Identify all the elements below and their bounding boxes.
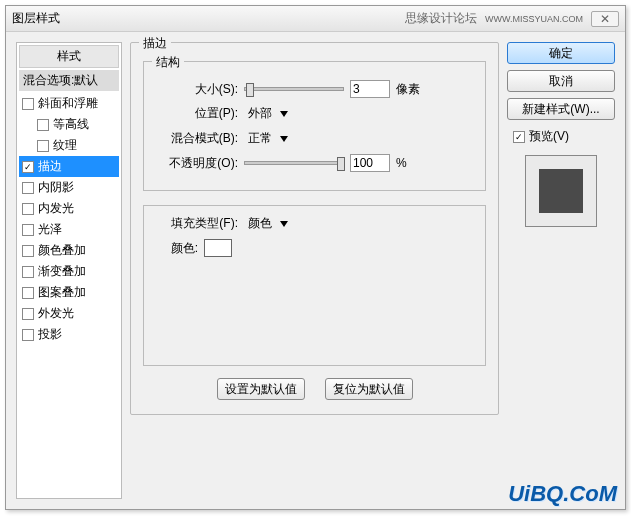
- blendmode-label: 混合模式(B):: [154, 130, 238, 147]
- opacity-unit: %: [396, 156, 407, 170]
- style-checkbox[interactable]: ✓: [22, 161, 34, 173]
- opacity-row: 不透明度(O): %: [154, 154, 475, 172]
- preview-checkbox[interactable]: ✓: [513, 131, 525, 143]
- reset-default-button[interactable]: 复位为默认值: [325, 378, 413, 400]
- styles-header[interactable]: 样式: [19, 45, 119, 68]
- preview-swatch: [525, 155, 597, 227]
- style-label: 外发光: [38, 305, 74, 322]
- new-style-button[interactable]: 新建样式(W)...: [507, 98, 615, 120]
- style-label: 内发光: [38, 200, 74, 217]
- style-label: 描边: [38, 158, 62, 175]
- style-checkbox[interactable]: [22, 245, 34, 257]
- filltype-row: 填充类型(F): 颜色: [154, 214, 475, 233]
- brand-text: 思缘设计论坛: [405, 10, 477, 27]
- styles-panel: 样式 混合选项:默认 斜面和浮雕等高线纹理✓描边内阴影内发光光泽颜色叠加渐变叠加…: [16, 42, 122, 499]
- style-item-11[interactable]: 投影: [19, 324, 119, 345]
- close-icon[interactable]: ✕: [591, 11, 619, 27]
- size-input[interactable]: [350, 80, 390, 98]
- set-default-button[interactable]: 设置为默认值: [217, 378, 305, 400]
- style-item-8[interactable]: 渐变叠加: [19, 261, 119, 282]
- style-label: 内阴影: [38, 179, 74, 196]
- size-slider[interactable]: [244, 87, 344, 91]
- style-item-5[interactable]: 内发光: [19, 198, 119, 219]
- style-checkbox[interactable]: [22, 203, 34, 215]
- position-label: 位置(P):: [154, 105, 238, 122]
- preview-inner: [539, 169, 583, 213]
- cancel-button[interactable]: 取消: [507, 70, 615, 92]
- style-checkbox[interactable]: [37, 140, 49, 152]
- layer-style-dialog: 图层样式 思缘设计论坛 WWW.MISSYUAN.COM ✕ 样式 混合选项:默…: [5, 5, 626, 510]
- style-checkbox[interactable]: [22, 266, 34, 278]
- style-label: 投影: [38, 326, 62, 343]
- opacity-input[interactable]: [350, 154, 390, 172]
- style-item-3[interactable]: ✓描边: [19, 156, 119, 177]
- style-item-2[interactable]: 纹理: [19, 135, 119, 156]
- style-label: 纹理: [53, 137, 77, 154]
- stroke-title: 描边: [139, 35, 171, 52]
- main-panel: 描边 结构 大小(S): 像素 位置(P): 外部: [130, 42, 499, 499]
- style-item-4[interactable]: 内阴影: [19, 177, 119, 198]
- style-label: 渐变叠加: [38, 263, 86, 280]
- filltype-label: 填充类型(F):: [154, 215, 238, 232]
- style-label: 光泽: [38, 221, 62, 238]
- structure-fieldset: 结构 大小(S): 像素 位置(P): 外部: [143, 61, 486, 191]
- style-checkbox[interactable]: [22, 182, 34, 194]
- opacity-slider[interactable]: [244, 161, 344, 165]
- size-label: 大小(S):: [154, 81, 238, 98]
- style-label: 颜色叠加: [38, 242, 86, 259]
- style-item-6[interactable]: 光泽: [19, 219, 119, 240]
- opacity-label: 不透明度(O):: [154, 155, 238, 172]
- chevron-down-icon: [280, 111, 288, 117]
- blend-options[interactable]: 混合选项:默认: [19, 70, 119, 91]
- color-row: 颜色:: [154, 239, 475, 257]
- titlebar-right: 思缘设计论坛 WWW.MISSYUAN.COM ✕: [405, 10, 619, 27]
- blendmode-select[interactable]: 正常: [244, 129, 288, 148]
- titlebar: 图层样式 思缘设计论坛 WWW.MISSYUAN.COM ✕: [6, 6, 625, 32]
- position-row: 位置(P): 外部: [154, 104, 475, 123]
- style-checkbox[interactable]: [22, 308, 34, 320]
- dialog-body: 样式 混合选项:默认 斜面和浮雕等高线纹理✓描边内阴影内发光光泽颜色叠加渐变叠加…: [6, 32, 625, 509]
- style-label: 图案叠加: [38, 284, 86, 301]
- style-item-9[interactable]: 图案叠加: [19, 282, 119, 303]
- style-item-1[interactable]: 等高线: [19, 114, 119, 135]
- style-checkbox[interactable]: [22, 224, 34, 236]
- preview-label: 预览(V): [529, 128, 569, 145]
- position-select[interactable]: 外部: [244, 104, 288, 123]
- chevron-down-icon: [280, 136, 288, 142]
- style-item-0[interactable]: 斜面和浮雕: [19, 93, 119, 114]
- filltype-select[interactable]: 颜色: [244, 214, 288, 233]
- size-unit: 像素: [396, 81, 420, 98]
- color-label: 颜色:: [154, 240, 198, 257]
- stroke-fieldset: 描边 结构 大小(S): 像素 位置(P): 外部: [130, 42, 499, 415]
- style-label: 等高线: [53, 116, 89, 133]
- style-item-7[interactable]: 颜色叠加: [19, 240, 119, 261]
- style-checkbox[interactable]: [22, 98, 34, 110]
- blendmode-row: 混合模式(B): 正常: [154, 129, 475, 148]
- size-row: 大小(S): 像素: [154, 80, 475, 98]
- fill-fieldset: 填充类型(F): 颜色 颜色:: [143, 205, 486, 366]
- default-buttons: 设置为默认值 复位为默认值: [143, 378, 486, 400]
- style-checkbox[interactable]: [22, 287, 34, 299]
- side-buttons: 确定 取消 新建样式(W)... ✓ 预览(V): [507, 42, 615, 499]
- brand-url: WWW.MISSYUAN.COM: [485, 14, 583, 24]
- structure-title: 结构: [152, 54, 184, 71]
- window-title: 图层样式: [12, 10, 60, 27]
- style-checkbox[interactable]: [22, 329, 34, 341]
- chevron-down-icon: [280, 221, 288, 227]
- style-checkbox[interactable]: [37, 119, 49, 131]
- ok-button[interactable]: 确定: [507, 42, 615, 64]
- preview-checkbox-row[interactable]: ✓ 预览(V): [513, 128, 615, 145]
- color-swatch[interactable]: [204, 239, 232, 257]
- style-label: 斜面和浮雕: [38, 95, 98, 112]
- style-item-10[interactable]: 外发光: [19, 303, 119, 324]
